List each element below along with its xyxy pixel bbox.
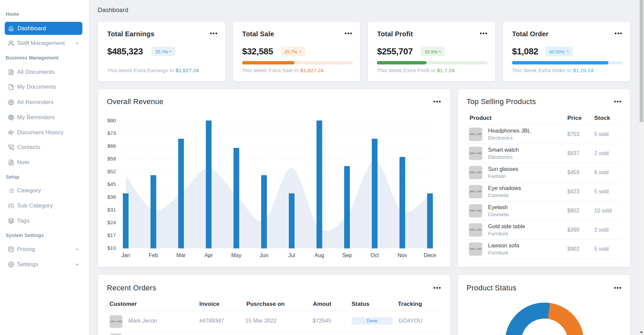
svg-text:$24: $24: [107, 220, 116, 225]
svg-text:$45: $45: [107, 181, 116, 187]
svg-text:Jul: Jul: [288, 252, 295, 258]
svg-text:$73: $73: [107, 130, 116, 136]
svg-text:Sep: Sep: [342, 252, 352, 258]
svg-text:Nov: Nov: [398, 252, 407, 258]
svg-text:$38: $38: [107, 194, 116, 200]
svg-text:Jan: Jan: [121, 252, 130, 258]
svg-text:$10: $10: [107, 245, 116, 251]
svg-text:$80: $80: [107, 117, 116, 123]
svg-text:May: May: [231, 252, 241, 258]
svg-text:$66: $66: [107, 143, 116, 149]
svg-text:$52: $52: [107, 169, 116, 174]
svg-text:Mar: Mar: [176, 252, 186, 258]
svg-text:$59: $59: [107, 156, 116, 161]
svg-text:Feb: Feb: [149, 252, 158, 258]
svg-text:Jun: Jun: [260, 252, 269, 258]
svg-text:Oct: Oct: [370, 252, 379, 258]
svg-text:Aug: Aug: [315, 252, 324, 258]
svg-text:$17: $17: [107, 232, 116, 238]
svg-text:Dece: Dece: [424, 252, 436, 258]
svg-text:$31: $31: [107, 207, 116, 212]
svg-text:Apr: Apr: [204, 252, 213, 258]
